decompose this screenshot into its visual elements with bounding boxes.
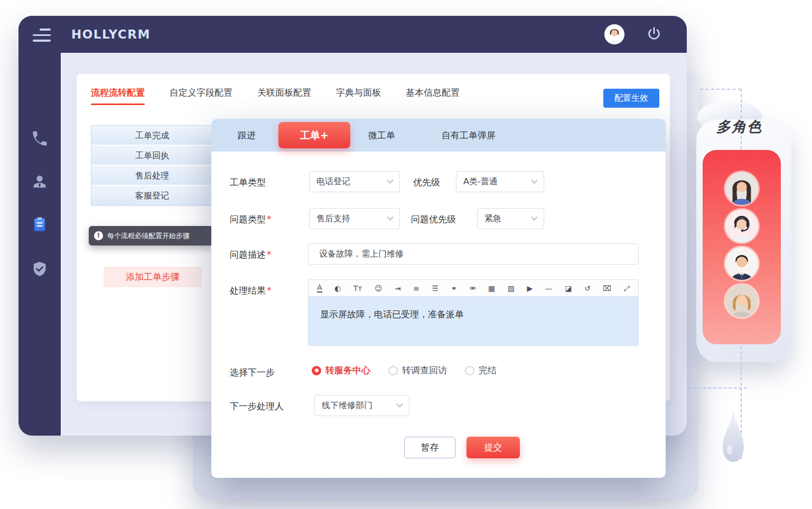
list-item-step-aftersale[interactable]: 售后处理	[91, 166, 213, 186]
screenshot-stage: HOLLYCRM	[0, 0, 812, 509]
issue-type-select[interactable]: 售后支持	[309, 208, 400, 229]
order-type-label: 工单类型	[230, 176, 267, 188]
menu-icon[interactable]	[33, 29, 51, 45]
chevron-down-icon	[387, 214, 394, 221]
radio-icon	[465, 366, 474, 375]
dashed-line-bottom	[688, 388, 747, 389]
next-handler-label: 下一步处理人	[230, 400, 284, 412]
issue-priority-label: 问题优先级	[411, 213, 456, 225]
water-drop-shape	[722, 408, 745, 465]
chevron-down-icon	[396, 401, 403, 408]
list-item-step-register[interactable]: 客服登记	[91, 186, 213, 206]
exclamation-icon: !	[94, 231, 103, 240]
delete-icon[interactable]: ⌧	[603, 285, 611, 292]
flow-step-list: 工单完成 工单回执 售后处理 客服登记	[91, 125, 213, 206]
add-step-button[interactable]: 添加工单步骤	[104, 267, 202, 287]
avatar-agent-2	[725, 210, 758, 242]
phone-icon[interactable]	[31, 130, 49, 148]
customer-icon[interactable]	[31, 173, 49, 191]
submit-button[interactable]: 提交	[466, 437, 520, 458]
apply-config-button[interactable]: 配置生效	[603, 89, 659, 108]
table-icon[interactable]: ▦	[488, 285, 495, 292]
radio-icon	[312, 366, 321, 375]
horizontal-rule-icon[interactable]: —	[545, 285, 553, 292]
notice-text: 每个流程必须配置开始步骤	[107, 231, 190, 241]
radio-survey-callback[interactable]: 转调查回访	[388, 364, 447, 376]
avatar-image	[604, 24, 624, 44]
avatar-agent-1	[725, 172, 758, 205]
color-palette-icon[interactable]: ◐	[334, 285, 341, 292]
chevron-down-icon	[531, 177, 538, 184]
config-tab-bar: 流程流转配置 自定义字段配置 关联面板配置 字典与面板 基本信息配置	[91, 87, 460, 105]
chevron-down-icon	[531, 214, 538, 221]
insert-link-icon[interactable]: ⚭	[451, 285, 458, 292]
priority-label: 优先级	[413, 176, 440, 188]
result-label: 处理结果*	[230, 285, 272, 297]
priority-select[interactable]: A类-普通	[456, 171, 544, 192]
radio-finish[interactable]: 完结	[465, 364, 497, 376]
tab-follow-up[interactable]: 跟进	[238, 119, 256, 152]
worksheet-modal: 跟进 工单+ 微工单 自有工单弹屏 工单类型 电话登记 优先级 A类-普通 问题…	[211, 119, 666, 478]
issue-priority-select[interactable]: 紧急	[477, 208, 544, 229]
order-type-select[interactable]: 电话登记	[309, 171, 400, 192]
issue-type-label: 问题类型*	[230, 213, 272, 225]
list-item-step-receipt[interactable]: 工单回执	[91, 146, 213, 166]
tab-micro-worksheet[interactable]: 微工单	[368, 119, 395, 152]
tab-worksheet-active[interactable]: 工单+	[278, 122, 350, 148]
power-icon[interactable]	[646, 26, 662, 42]
chevron-down-icon	[387, 177, 394, 184]
emoji-icon[interactable]: ☺	[375, 285, 382, 292]
next-step-label: 选择下一步	[230, 366, 275, 379]
editor-toolbar: A ◐ Tт ☺ ⇥ ≡ ☰ ⚭ ⚮ ▦ ▧ ▶ — ◪ ↺ ⌧ ⤢	[308, 279, 639, 297]
video-icon[interactable]: ▶	[527, 285, 533, 292]
shield-check-icon[interactable]	[31, 260, 49, 278]
list-item-step-complete[interactable]: 工单完成	[91, 126, 213, 146]
unordered-list-icon[interactable]: ☰	[432, 285, 439, 292]
tab-flow-config[interactable]: 流程流转配置	[91, 87, 145, 105]
indent-icon[interactable]: ⇥	[395, 285, 401, 292]
result-editor-content[interactable]: 显示屏故障，电话已受理，准备派单	[308, 297, 639, 346]
tab-linked-panel[interactable]: 关联面板配置	[257, 87, 311, 105]
next-step-radio-group: 转服务中心 转调查回访 完结	[312, 364, 497, 376]
next-handler-select[interactable]: 线下维修部门	[314, 395, 409, 416]
multi-role-label: 多角色	[716, 117, 762, 136]
brand-logo: HOLLYCRM	[71, 16, 151, 53]
issue-desc-input[interactable]	[308, 243, 639, 265]
remove-link-icon[interactable]: ⚮	[470, 285, 476, 292]
avatar-agent-3	[725, 247, 758, 280]
user-avatar[interactable]	[604, 24, 624, 44]
multi-role-panel	[703, 150, 781, 344]
save-draft-button[interactable]: 暂存	[404, 437, 455, 458]
align-left-icon[interactable]: ≡	[413, 285, 419, 292]
radio-service-center[interactable]: 转服务中心	[312, 364, 370, 376]
avatar-agent-4	[725, 285, 758, 317]
eraser-icon[interactable]: ◪	[565, 285, 572, 292]
format-text-icon[interactable]: A	[317, 284, 322, 293]
issue-desc-label: 问题描述*	[230, 249, 272, 261]
undo-icon[interactable]: ↺	[584, 285, 591, 292]
dashed-line-top	[700, 89, 741, 90]
fullscreen-icon[interactable]: ⤢	[624, 285, 630, 292]
tab-own-popup[interactable]: 自有工单弹屏	[442, 119, 496, 152]
tab-basic-info[interactable]: 基本信息配置	[406, 87, 460, 105]
radio-icon	[388, 366, 398, 375]
tab-custom-fields[interactable]: 自定义字段配置	[170, 87, 232, 105]
notice-tooltip: ! 每个流程必须配置开始步骤	[89, 226, 213, 246]
font-size-icon[interactable]: Tт	[353, 285, 362, 292]
modal-tab-bar: 跟进 工单+ 微工单 自有工单弹屏	[211, 119, 666, 152]
tab-dictionary[interactable]: 字典与面板	[336, 87, 381, 105]
worksheet-icon-active[interactable]	[31, 215, 49, 233]
image-icon[interactable]: ▧	[508, 285, 515, 292]
